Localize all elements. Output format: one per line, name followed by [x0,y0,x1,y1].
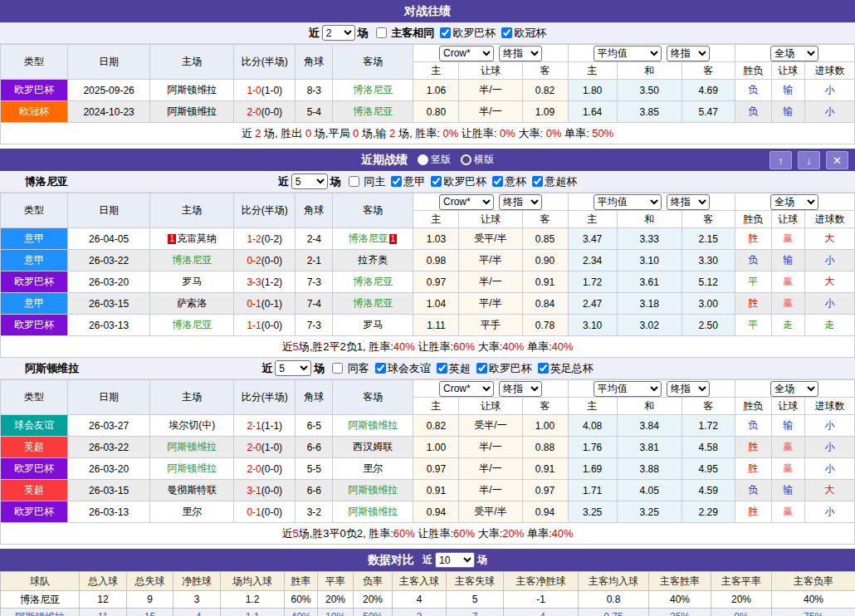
avg-home-cell: 1.71 [568,480,617,501]
villa-league-checkbox-0[interactable] [375,363,386,374]
goals-result-cell: 大 [804,271,854,293]
score-cell: 3-1(0-0) [234,480,296,501]
horizontal-layout-radio[interactable] [461,154,471,165]
villa-count-select[interactable]: 5 [275,360,311,376]
corner-cell: 7-4 [296,293,333,315]
same-away-checkbox[interactable] [332,363,343,374]
bologna-avg-time-select[interactable]: 终指 [667,194,710,210]
stat-cell: 5 [447,591,504,609]
bologna-league-checkbox-1[interactable] [431,176,442,187]
close-icon[interactable]: ✕ [826,151,848,169]
villa-avg-time-select[interactable]: 终指 [667,381,710,397]
league-label: 意杯 [505,175,526,188]
sub-column-header: 主 [413,211,459,228]
bologna-odds-time-select[interactable]: 终指 [499,194,542,210]
home-team-cell: 阿斯顿维拉 [150,437,234,458]
handicap-cell: 受平/半 [459,228,522,250]
avg-draw-cell: 3.84 [617,415,682,437]
handicap-result-cell: 赢 [771,293,804,315]
compare-title-bar: 数据对比 近 10 场 [0,549,855,571]
corner-cell: 5-4 [296,101,333,123]
league-type-cell: 意甲 [1,293,68,315]
villa-odds-company-select[interactable]: Crow* [439,381,494,397]
villa-league-checkbox-2[interactable] [476,363,487,374]
result-cell: 胜 [735,458,771,480]
vertical-layout-radio[interactable] [418,154,428,165]
h2h-scope-select[interactable]: 全场 [770,46,818,61]
odds-away-cell: 0.91 [522,271,568,293]
near-label: 近 [423,553,432,567]
villa-odds-time-select[interactable]: 终指 [499,381,542,397]
h2h-odds-time-select[interactable]: 终指 [499,46,542,61]
date-cell: 26-03-22 [68,437,150,458]
goals-result-cell: 小 [804,80,854,101]
h2h-avg-time-select[interactable]: 终指 [667,46,710,61]
match-row: 欧罗巴杯26-03-20罗马3-3(1-2)7-3博洛尼亚0.97半/一0.91… [1,271,855,293]
same-venue-checkbox[interactable] [376,27,387,38]
odds-select-group: Crow*终指 [413,380,568,398]
stat-cell: 9 [127,591,173,609]
bologna-avg-select[interactable]: 平均值 [594,194,662,210]
compare-column-header: 平率 [318,572,354,591]
h2h-count-select[interactable]: 2 [322,25,355,41]
odds-home-cell: 0.97 [413,271,459,293]
handicap-result-cell: 输 [771,415,804,437]
move-down-icon[interactable]: ↓ [798,151,820,169]
h2h-filter-bar: 近 2 场 主客相同 欧罗巴杯欧冠杯 [0,22,855,44]
stat-cell: 0.75 [579,609,649,616]
goals-result-cell: 小 [804,501,854,523]
home-team-cell: 罗马 [150,271,234,293]
h2h-league-checkbox-1[interactable] [501,27,512,38]
h2h-avg-select[interactable]: 平均值 [594,46,662,61]
villa-league-checkbox-3[interactable] [538,363,549,374]
sub-column-header: 客 [682,211,735,228]
avg-select-group: 平均值终指 [568,45,735,62]
stat-cell: 11 [80,609,127,616]
match-row: 球会友谊26-03-27埃尔切(中)2-1(1-1)6-5阿斯顿维拉0.82受半… [1,415,855,437]
bologna-matches-table: 类型日期主场比分(半场)角球客场Crow*终指平均值终指全场主让球客主和客胜负让… [0,193,855,358]
summary-text: 近5场,胜2平2负1, 胜率:40% 让胜率:60% 大率:40% 单率:40% [1,336,855,358]
team-name-label: 博洛尼亚 [25,174,68,189]
bologna-odds-company-select[interactable]: Crow* [439,194,494,210]
compare-count-select[interactable]: 10 [435,552,475,568]
avg-away-cell: 4.69 [682,80,735,101]
h2h-title-bar: 对战往绩 [0,0,855,22]
avg-draw-cell: 3.33 [617,228,682,250]
move-up-icon[interactable]: ↑ [770,151,792,169]
villa-league-checkbox-1[interactable] [437,363,447,374]
summary-row: 近5场,胜2平2负1, 胜率:40% 让胜率:60% 大率:40% 单率:40% [1,336,855,358]
villa-avg-select[interactable]: 平均值 [594,381,662,397]
odds-away-cell: 0.90 [522,250,568,271]
stat-cell: 60% [285,591,318,609]
villa-filter-bar: 阿斯顿维拉 近 5 场 同客 球会友谊英超欧罗巴杯英足总杯 [0,358,855,379]
home-team-cell: 博洛尼亚 [150,315,234,336]
sub-column-header: 让球 [459,62,522,80]
handicap-result-cell: 输 [771,101,804,123]
column-header: 类型 [1,193,68,228]
league-type-cell: 球会友谊 [1,415,68,437]
bologna-league-checkbox-0[interactable] [391,176,402,187]
villa-matches-table: 类型日期主场比分(半场)角球客场Crow*终指平均值终指全场主让球客主和客胜负让… [0,379,855,545]
bologna-league-checkbox-3[interactable] [532,176,543,187]
odds-home-cell: 1.00 [413,437,459,458]
bologna-count-select[interactable]: 5 [291,174,328,189]
h2h-league-checkbox-0[interactable] [440,27,451,38]
odds-away-cell: 0.97 [522,480,568,501]
avg-home-cell: 2.34 [568,250,617,271]
goals-result-cell: 小 [804,415,854,437]
bologna-league-checkbox-2[interactable] [492,176,503,187]
villa-scope-select[interactable]: 全场 [770,381,818,397]
handicap-cell: 半/一 [459,80,522,101]
league-type-cell: 欧罗巴杯 [1,315,68,336]
villa-league-option-2: 欧罗巴杯 [471,362,532,374]
league-type-cell: 意甲 [1,250,68,271]
h2h-odds-company-select[interactable]: Crow* [439,46,494,61]
same-home-checkbox[interactable] [349,176,359,187]
score-cell: 1-0(1-0) [234,80,296,101]
odds-away-cell: 0.85 [522,228,568,250]
bologna-scope-select[interactable]: 全场 [770,194,818,210]
sub-column-header: 客 [522,398,568,415]
odds-home-cell: 0.80 [413,101,459,123]
odds-away-cell: 0.88 [522,437,568,458]
avg-home-cell: 1.80 [568,80,617,101]
